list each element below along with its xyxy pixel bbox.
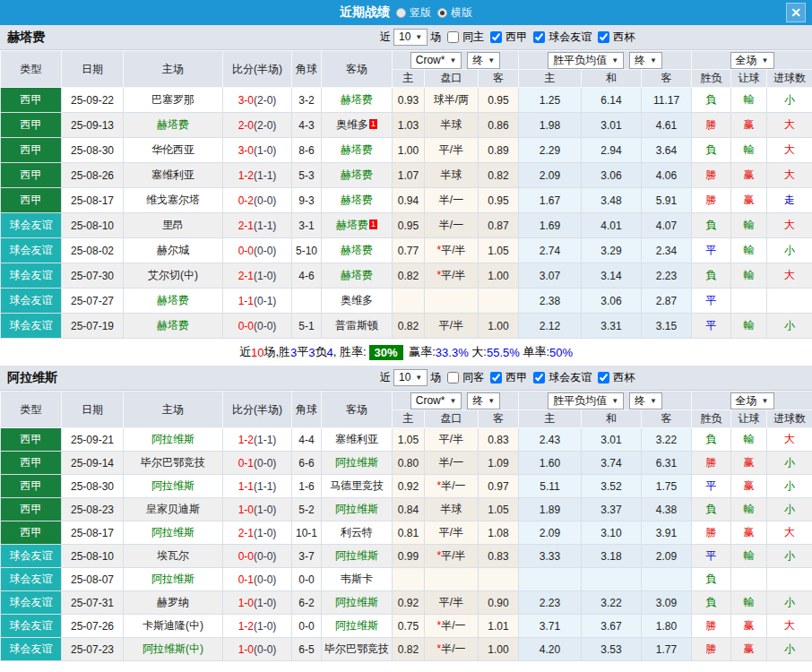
corners-score: 5-10	[296, 245, 317, 257]
competition-type-cell: 西甲	[1, 452, 62, 475]
match-count-select[interactable]: 10▼	[393, 29, 428, 46]
away-odds-cell: 1.09	[479, 452, 519, 475]
sections-container: 赫塔费 近10▼场同主西甲球会友谊西杯 类型日期主场比分(半场)角球客场Crow…	[0, 25, 812, 661]
summary-text: 3	[308, 346, 315, 359]
close-button[interactable]: ✕	[786, 3, 806, 22]
away-odds-cell: 0.97	[479, 475, 519, 498]
same-venue-checkbox[interactable]	[447, 372, 459, 383]
home-team-cell: 艾尔切(中)	[124, 263, 223, 289]
handicap-verdict: 輸	[744, 143, 755, 156]
view-option-vertical[interactable]: 竖版	[396, 5, 431, 21]
score-cell: 1-0(0-0)	[223, 638, 292, 661]
home-odds: 0.94	[398, 194, 419, 207]
radio-unselected-icon[interactable]	[396, 8, 406, 18]
mean-home-cell: 3.07	[519, 263, 582, 289]
bookmaker-select[interactable]: Crow*▼	[410, 392, 462, 409]
halftime-score: (0-0)	[254, 194, 276, 207]
away-odds: 1.05	[488, 245, 508, 257]
mean-home: 2.12	[540, 320, 560, 332]
handicap-result-cell	[731, 289, 767, 314]
mean-away: 3.64	[656, 144, 677, 157]
mean-draw-cell: 3.53	[582, 638, 642, 661]
home-odds: 0.95	[398, 220, 419, 232]
radio-selected-icon[interactable]	[437, 8, 447, 18]
match-row: 球会友谊25-07-23阿拉维斯(中)1-0(0-0)6-5毕尔巴鄂竞技0.82…	[1, 638, 812, 661]
summary-text: , 胜率:	[333, 344, 367, 360]
dropdown-arrow-icon: ▼	[650, 54, 657, 67]
corners-score: 3-2	[298, 94, 314, 107]
corners-score: 6-6	[298, 457, 314, 470]
mean-home: 2.29	[540, 144, 560, 157]
match-count-select[interactable]: 10▼	[393, 369, 428, 386]
mean-draw: 3.06	[600, 169, 621, 182]
away-odds: 0.89	[488, 144, 508, 157]
away-team-cell: 奥维多	[322, 289, 393, 314]
competition-checkbox-0[interactable]	[490, 372, 502, 383]
mean-type-select[interactable]: 胜平负均值▼	[548, 392, 624, 409]
fulltime-score: 0-2	[238, 194, 254, 207]
competition-checkbox-1[interactable]	[533, 31, 545, 43]
mean-type-select[interactable]: 胜平负均值▼	[548, 52, 624, 69]
competition-type: 球会友谊	[10, 294, 53, 306]
goals-verdict: 小	[784, 596, 795, 608]
handicap-verdict: 赢	[744, 168, 755, 181]
match-row: 西甲25-09-21阿拉维斯1-2(1-1)4-4塞维利亚1.05平/半0.83…	[1, 428, 812, 452]
same-venue-checkbox[interactable]	[447, 31, 459, 43]
near-label: 近	[380, 30, 391, 45]
handicap-result-cell: 赢	[731, 475, 767, 498]
mean-draw: 3.67	[600, 620, 621, 633]
same-venue-label: 同客	[462, 370, 484, 385]
scope-select[interactable]: 全场▼	[730, 52, 774, 69]
corners-cell: 3-2	[292, 88, 322, 113]
competition-type-cell: 球会友谊	[1, 591, 62, 615]
mean-home-cell: 3.33	[519, 545, 582, 568]
competition-checkbox-2[interactable]	[598, 372, 609, 383]
mean-away-cell: 3.64	[642, 138, 692, 163]
handicap-result-cell: 輸	[731, 238, 767, 263]
column-header: 比分(半场)	[223, 51, 292, 88]
competition-checkbox-1[interactable]	[533, 372, 545, 383]
bookmaker-select[interactable]: Crow*▼	[410, 52, 462, 69]
goals-verdict: 大	[784, 526, 795, 538]
odds-final-select[interactable]: 终▼	[467, 392, 500, 409]
handicap-verdict: 輸	[744, 219, 755, 231]
card-count-badge: 1	[369, 119, 377, 129]
halftime-score: (0-0)	[254, 320, 276, 332]
competition-type: 球会友谊	[10, 573, 53, 585]
home-team-cell: 赫罗纳	[124, 591, 223, 615]
away-team: 塞维利亚	[335, 433, 378, 445]
mean-final-select[interactable]: 终▼	[629, 392, 662, 409]
odds-final-select[interactable]: 终▼	[467, 52, 500, 69]
home-odds: 1.00	[398, 144, 419, 157]
competition-type-cell: 西甲	[1, 428, 62, 452]
mean-draw-cell: 3.67	[582, 615, 642, 638]
halftime-score: (1-0)	[254, 620, 276, 633]
handicap-verdict: 輸	[744, 549, 755, 562]
goals-result-cell: 大	[767, 113, 812, 138]
view-option-horizontal[interactable]: 横版	[437, 5, 472, 21]
goals-result-cell	[767, 568, 812, 591]
competition-checkbox-0[interactable]	[490, 31, 502, 43]
result-verdict: 勝	[706, 619, 717, 632]
mean-away: 4.07	[656, 220, 677, 232]
away-team-cell: 韦斯卡	[322, 568, 393, 591]
result-verdict: 負	[706, 596, 717, 608]
away-odds-cell: 1.00	[479, 638, 519, 661]
scope-select-value: 全场	[736, 54, 757, 67]
result-verdict: 平	[706, 479, 717, 492]
corners-score: 8-6	[298, 144, 314, 157]
sub-column-header: 让球	[731, 410, 767, 428]
scope-select[interactable]: 全场▼	[730, 392, 774, 409]
competition-type: 西甲	[21, 93, 42, 106]
away-team-cell: 利云特	[322, 521, 393, 545]
goals-verdict: 小	[784, 244, 795, 256]
mean-final-select[interactable]: 终▼	[629, 52, 662, 69]
away-team: 赫塔费	[341, 269, 373, 281]
column-header: 日期	[62, 392, 124, 428]
away-team-cell: 赫塔费	[322, 138, 393, 163]
competition-checkbox-2[interactable]	[598, 31, 609, 43]
match-date-cell: 25-07-27	[62, 289, 124, 314]
handicap-result-cell: 輸	[731, 545, 767, 568]
team-name: 赫塔费	[7, 30, 45, 46]
away-team-cell: 赫塔费1	[322, 213, 393, 238]
